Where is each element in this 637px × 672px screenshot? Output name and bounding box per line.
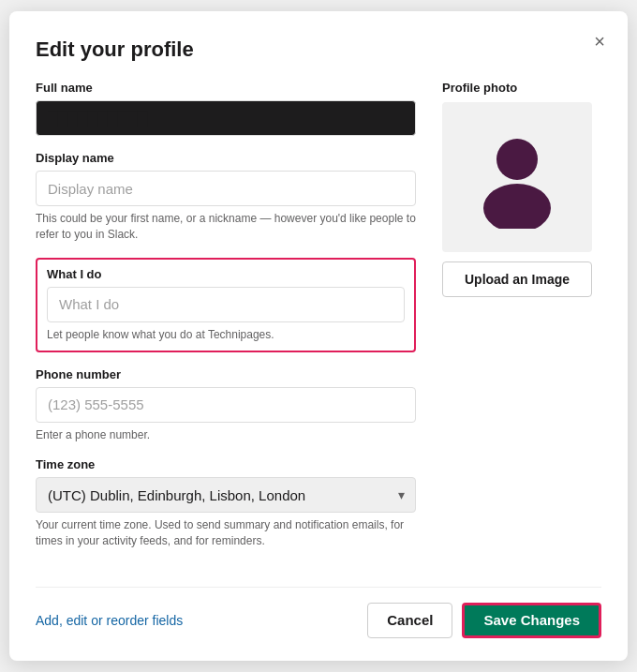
avatar-placeholder — [466, 126, 569, 229]
display-name-group: Display name This could be your first na… — [36, 151, 416, 243]
what-i-do-input[interactable] — [47, 287, 405, 322]
time-zone-hint: Your current time zone. Used to send sum… — [36, 517, 416, 549]
edit-profile-modal: Edit your profile × Full name Display na… — [9, 11, 628, 661]
full-name-group: Full name — [36, 81, 416, 136]
cancel-button[interactable]: Cancel — [367, 603, 452, 638]
what-i-do-hint: Let people know what you do at Technipag… — [47, 327, 405, 343]
svg-point-0 — [496, 139, 538, 180]
left-column: Full name Display name This could be you… — [36, 81, 416, 564]
phone-number-label: Phone number — [36, 367, 416, 381]
phone-number-input[interactable] — [36, 387, 416, 423]
display-name-input[interactable] — [36, 171, 416, 206]
time-zone-select-wrapper: (UTC) Dublin, Edinburgh, Lisbon, London … — [36, 477, 416, 513]
svg-point-1 — [483, 184, 551, 229]
upload-image-button[interactable]: Upload an Image — [442, 261, 592, 297]
full-name-label: Full name — [36, 81, 416, 95]
phone-number-group: Phone number Enter a phone number. — [36, 367, 416, 443]
full-name-input[interactable] — [36, 100, 416, 136]
what-i-do-label: What I do — [47, 267, 405, 281]
what-i-do-group: What I do Let people know what you do at… — [36, 258, 416, 352]
right-column: Profile photo Upload an Image — [442, 81, 601, 564]
phone-number-hint: Enter a phone number. — [36, 427, 416, 443]
time-zone-select[interactable]: (UTC) Dublin, Edinburgh, Lisbon, London … — [36, 477, 416, 513]
modal-title: Edit your profile — [36, 37, 601, 62]
display-name-hint: This could be your first name, or a nick… — [36, 211, 416, 243]
time-zone-label: Time zone — [36, 457, 416, 471]
save-changes-button[interactable]: Save Changes — [462, 603, 601, 638]
profile-photo-label: Profile photo — [442, 81, 601, 95]
display-name-label: Display name — [36, 151, 416, 165]
footer-buttons: Cancel Save Changes — [367, 603, 601, 638]
time-zone-group: Time zone (UTC) Dublin, Edinburgh, Lisbo… — [36, 457, 416, 549]
profile-photo-container — [442, 102, 592, 252]
add-fields-link[interactable]: Add, edit or reorder fields — [36, 613, 183, 628]
modal-footer: Add, edit or reorder fields Cancel Save … — [36, 587, 601, 638]
modal-body: Full name Display name This could be you… — [36, 81, 601, 564]
close-button[interactable]: × — [590, 30, 609, 52]
